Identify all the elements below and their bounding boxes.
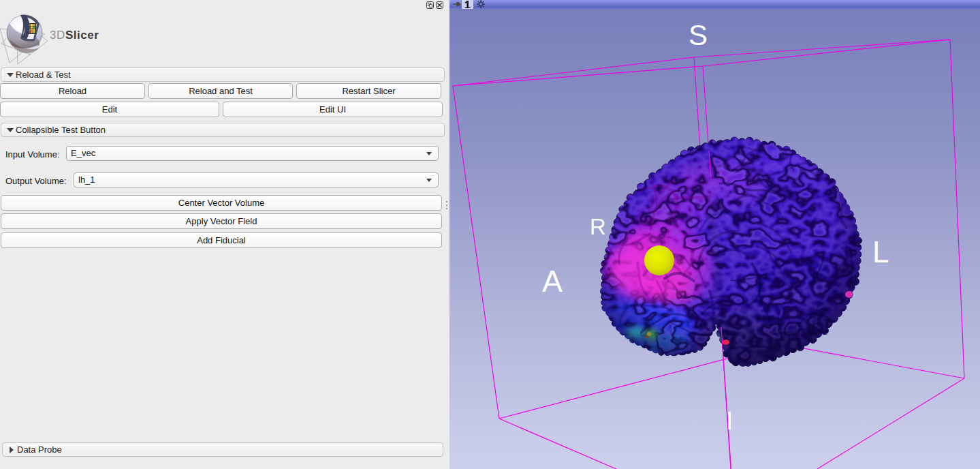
svg-text:3D: 3D	[50, 29, 65, 42]
svg-text:Slicer: Slicer	[65, 29, 99, 42]
